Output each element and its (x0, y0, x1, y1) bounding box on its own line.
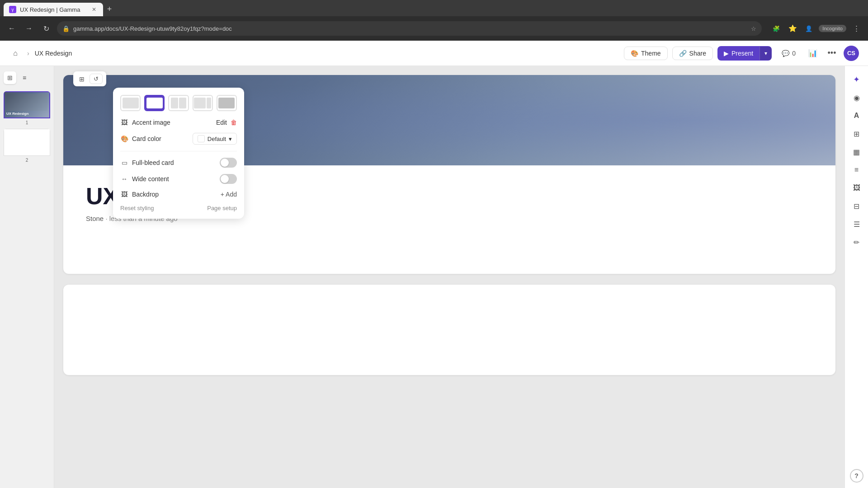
split-right (179, 98, 186, 108)
full-bleed-icon: ▭ (120, 159, 128, 167)
list-panel-button[interactable]: ☰ (849, 216, 865, 232)
breadcrumb-link[interactable]: UX Redesign (35, 50, 72, 57)
layout-option-blank[interactable] (120, 95, 141, 111)
split-alt-small (207, 98, 211, 108)
theme-label: Theme (641, 50, 661, 57)
lock-icon: 🔒 (62, 25, 70, 32)
analytics-button[interactable]: 📊 (806, 46, 820, 61)
sidebar-view-controls: ⊞ ≡ (4, 71, 50, 84)
layout-options (120, 95, 237, 111)
slide-number-1: 1 (4, 120, 50, 125)
card-color-label: 🎨 Card color (120, 135, 161, 143)
backdrop-label: 🖼 Backdrop (120, 190, 159, 198)
reset-styling-button[interactable]: Reset styling (120, 205, 154, 211)
slide-card-2[interactable] (63, 285, 835, 375)
toolbar-layout-icon[interactable]: ⊞ (77, 74, 87, 84)
table-panel-button[interactable]: ⊟ (849, 198, 865, 214)
slide-thumb-image-2 (4, 129, 50, 156)
tab-favicon: γ (9, 6, 16, 13)
active-tab[interactable]: γ UX Redesign | Gamma ✕ (4, 3, 103, 16)
incognito-badge: Incognito (819, 25, 846, 32)
full-bleed-toggle-row: ▭ Full-bleed card (120, 158, 237, 168)
data-panel-button[interactable]: ≡ (849, 162, 865, 178)
full-bleed-toggle[interactable] (220, 158, 237, 168)
tab-title: UX Redesign | Gamma (20, 6, 80, 13)
ai-tools-button[interactable]: ✦ (849, 71, 865, 88)
split-alt-big (194, 98, 206, 108)
app: ⌂ › UX Redesign 🎨 Theme 🔗 Share ▶ Presen… (0, 41, 868, 488)
wide-content-toggle[interactable] (220, 174, 237, 184)
layout-opt-minimal-preview (218, 98, 235, 108)
back-button[interactable]: ← (5, 22, 18, 35)
browser-nav: ← → ↻ 🔒 gamma.app/docs/UX-Redesign-utuw9… (0, 16, 868, 41)
accent-image-row: 🖼 Accent image Edit 🗑 (120, 118, 237, 127)
full-bleed-label: ▭ Full-bleed card (120, 159, 174, 167)
grid-view-button[interactable]: ⊞ (4, 71, 16, 84)
panel-divider-1 (120, 151, 237, 151)
present-dropdown-arrow[interactable]: ▾ (760, 47, 772, 60)
slide-thumbnail-1[interactable]: UX Redesign 1 (4, 91, 50, 125)
header-actions: 🎨 Theme 🔗 Share ▶ Present ▾ 💬 0 📊 ••• CS (624, 46, 859, 61)
share-label: Share (689, 50, 706, 57)
wide-content-icon: ↔ (120, 175, 128, 183)
menu-icon[interactable]: ⋮ (850, 22, 863, 35)
elements-button[interactable]: ⊞ (849, 126, 865, 142)
slide-thumb-overlay (6, 94, 47, 111)
bookmark-star-nav-icon[interactable]: ⭐ (786, 22, 799, 35)
split-left (171, 98, 178, 108)
reload-button[interactable]: ↻ (40, 22, 52, 35)
backdrop-add-button[interactable]: + Add (221, 191, 237, 198)
comment-count: 0 (792, 50, 796, 57)
help-button[interactable]: ? (850, 469, 863, 483)
present-button[interactable]: ▶ Present ▾ (717, 46, 772, 61)
home-button[interactable]: ⌂ (9, 47, 22, 60)
present-play-icon: ▶ (724, 50, 729, 57)
profile-icon[interactable]: 👤 (802, 22, 815, 35)
slide-thumb-label: UX Redesign (6, 112, 47, 116)
floating-toolbar: ⊞ ↺ (73, 71, 106, 86)
text-tools-button[interactable]: A (849, 108, 865, 124)
page-setup-button[interactable]: Page setup (207, 205, 237, 211)
wide-content-toggle-row: ↔ Wide content (120, 174, 237, 184)
full-bleed-text: Full-bleed card (132, 159, 174, 166)
bookmark-star-icon[interactable]: ☆ (751, 25, 756, 32)
card-color-text: Card color (132, 135, 161, 142)
style-panel: 🖼 Accent image Edit 🗑 🎨 Card color (113, 88, 244, 219)
share-icon: 🔗 (679, 50, 687, 57)
toolbar-refresh-button[interactable]: ↺ (90, 74, 103, 84)
tab-close-button[interactable]: ✕ (90, 6, 98, 13)
accent-image-delete-button[interactable]: 🗑 (231, 119, 237, 126)
comment-icon: 💬 (782, 50, 789, 57)
layout-option-full-bleed[interactable] (144, 95, 165, 111)
address-bar[interactable]: 🔒 gamma.app/docs/UX-Redesign-utuw9ty82oy… (57, 21, 762, 36)
theme-panel-button[interactable]: ◉ (849, 89, 865, 106)
more-options-button[interactable]: ••• (825, 46, 839, 61)
card-color-row: 🎨 Card color Default ▾ (120, 133, 237, 145)
draw-panel-button[interactable]: ✏ (849, 234, 865, 250)
slide-time-separator: · (105, 215, 109, 222)
layout-option-minimal[interactable] (217, 95, 237, 111)
list-view-button[interactable]: ≡ (18, 71, 31, 84)
slide-thumbnail-sidebar: ⊞ ≡ UX Redesign 1 2 (0, 66, 54, 488)
card-color-icon: 🎨 (120, 135, 128, 143)
extension-icon[interactable]: 🧩 (770, 22, 783, 35)
layout-option-split-alt[interactable] (193, 95, 213, 111)
slide-thumbnail-2[interactable]: 2 (4, 129, 50, 163)
right-sidebar: ✦ ◉ A ⊞ ▦ ≡ 🖼 ⊟ ☰ ✏ ? (844, 66, 868, 488)
accent-image-edit-button[interactable]: Edit (216, 119, 227, 126)
backdrop-row: 🖼 Backdrop + Add (120, 190, 237, 198)
comments-button[interactable]: 💬 0 (776, 47, 801, 60)
layout-panel-button[interactable]: ▦ (849, 144, 865, 160)
browser-tabs: γ UX Redesign | Gamma ✕ + (0, 0, 868, 16)
share-button[interactable]: 🔗 Share (672, 47, 713, 60)
theme-button[interactable]: 🎨 Theme (624, 47, 668, 60)
image-panel-button[interactable]: 🖼 (849, 180, 865, 196)
present-main[interactable]: ▶ Present (717, 46, 760, 61)
breadcrumb-arrow: › (27, 50, 29, 57)
user-avatar[interactable]: CS (844, 46, 859, 61)
layout-option-split[interactable] (168, 95, 189, 111)
app-body: ⊞ ≡ UX Redesign 1 2 (0, 66, 868, 488)
new-tab-button[interactable]: + (103, 3, 116, 15)
card-color-picker[interactable]: Default ▾ (193, 133, 237, 145)
forward-button[interactable]: → (23, 22, 35, 35)
